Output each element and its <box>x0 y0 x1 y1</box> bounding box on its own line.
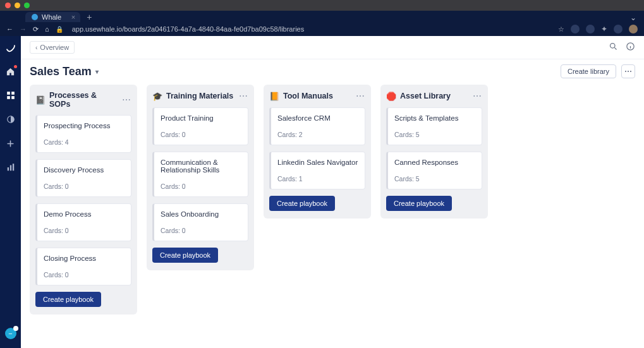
board-columns: 📓Processes & SOPs⋯Prospecting ProcessCar… <box>21 85 644 327</box>
card-title: Closing Process <box>44 255 125 262</box>
new-tab-button[interactable]: + <box>87 12 92 22</box>
svg-rect-3 <box>11 96 15 99</box>
column-header: 📓Processes & SOPs⋯ <box>35 91 131 109</box>
page-title: Sales Team <box>30 65 92 78</box>
nav-back-icon[interactable]: ← <box>6 25 13 33</box>
card-title: Sales Onboarding <box>161 210 241 218</box>
svg-rect-5 <box>7 167 8 171</box>
page-more-button[interactable]: ⋯ <box>621 64 635 78</box>
chevron-left-icon: ‹ <box>35 44 37 51</box>
playbook-card[interactable]: Linkedin Sales NavigatorCards: 1 <box>269 152 365 189</box>
extension-icon[interactable] <box>571 25 580 33</box>
column-more-button[interactable]: ⋯ <box>356 91 365 101</box>
add-icon[interactable] <box>4 137 17 150</box>
board-column: 📙Tool Manuals⋯Salesforce CRMCards: 2Link… <box>264 85 371 219</box>
analytics-icon[interactable] <box>4 161 17 174</box>
playbook-card[interactable]: Discovery ProcessCards: 0 <box>35 159 131 197</box>
card-title: Product Training <box>161 114 241 122</box>
nav-home-icon[interactable]: ⌂ <box>45 25 49 33</box>
nav-forward-icon[interactable]: → <box>20 25 27 33</box>
tab-favicon <box>32 14 38 20</box>
playbook-card[interactable]: Salesforce CRMCards: 2 <box>269 107 365 145</box>
column-emoji-icon: 🎓 <box>152 92 162 101</box>
card-count: Cards: 2 <box>277 131 358 138</box>
search-icon[interactable] <box>609 42 618 53</box>
board-column: 🛑Asset Library⋯Scripts & TemplatesCards:… <box>380 85 488 219</box>
card-count: Cards: 0 <box>161 227 241 234</box>
create-playbook-button[interactable]: Create playbook <box>386 196 452 211</box>
extension-icon[interactable] <box>586 25 595 33</box>
browser-tab[interactable]: Whale × <box>25 12 80 22</box>
card-count: Cards: 0 <box>161 131 241 138</box>
card-count: Cards: 0 <box>44 227 125 234</box>
card-title: Scripts & Templates <box>394 114 475 122</box>
column-emoji-icon: 🛑 <box>386 92 396 101</box>
mac-window-chrome <box>0 0 644 11</box>
column-title: Processes & SOPs <box>49 91 118 109</box>
profile-avatar[interactable] <box>629 25 638 33</box>
card-title: Canned Responses <box>394 159 475 166</box>
sidebar-footer <box>5 328 16 339</box>
back-label: Overview <box>40 44 69 51</box>
playbook-card[interactable]: Demo ProcessCards: 0 <box>35 203 131 241</box>
playbook-card[interactable]: Communication & Relationship SkillsCards… <box>152 152 248 197</box>
svg-rect-2 <box>7 96 10 99</box>
card-title: Communication & Relationship Skills <box>161 159 241 174</box>
column-title: Tool Manuals <box>283 92 352 100</box>
contrast-icon[interactable] <box>4 113 17 126</box>
svg-point-11 <box>611 44 616 49</box>
extensions-menu-icon[interactable]: ✦ <box>601 25 607 33</box>
settings-badge-icon <box>13 326 18 331</box>
back-to-overview-button[interactable]: ‹ Overview <box>30 41 75 54</box>
column-more-button[interactable]: ⋯ <box>473 91 482 101</box>
home-icon[interactable] <box>4 65 17 78</box>
playbook-card[interactable]: Product TrainingCards: 0 <box>152 107 248 145</box>
extension-icon[interactable] <box>614 25 623 33</box>
nav-reload-icon[interactable]: ⟳ <box>33 25 39 33</box>
help-bubble-icon[interactable] <box>5 328 16 339</box>
card-count: Cards: 4 <box>44 138 125 146</box>
page-title-dropdown[interactable]: Sales Team ▾ <box>30 65 99 78</box>
playbook-card[interactable]: Scripts & TemplatesCards: 5 <box>386 107 482 145</box>
whale-logo-icon[interactable] <box>5 42 16 54</box>
card-title: Discovery Process <box>44 166 125 174</box>
card-title: Linkedin Sales Navigator <box>277 159 358 166</box>
window-close-button[interactable] <box>5 3 11 8</box>
main-content: ‹ Overview Sales Team ▾ Create library <box>21 36 644 348</box>
svg-rect-6 <box>9 165 11 171</box>
card-count: Cards: 1 <box>277 175 358 183</box>
app-sidebar <box>0 36 21 348</box>
breadcrumb-bar: ‹ Overview <box>21 36 644 59</box>
column-more-button[interactable]: ⋯ <box>239 91 248 101</box>
browser-extension-tray: ☆ ✦ <box>558 25 638 33</box>
playbook-card[interactable]: Closing ProcessCards: 0 <box>35 248 131 285</box>
create-library-button[interactable]: Create library <box>561 64 616 78</box>
tab-title: Whale <box>42 13 61 21</box>
browser-menu-chevron-icon[interactable]: ⌄ <box>630 13 644 22</box>
caret-down-icon: ▾ <box>95 68 99 75</box>
column-more-button[interactable]: ⋯ <box>122 95 131 105</box>
column-emoji-icon: 📓 <box>35 95 46 105</box>
card-count: Cards: 0 <box>44 271 125 279</box>
playbook-card[interactable]: Sales OnboardingCards: 0 <box>152 203 248 241</box>
playbook-card[interactable]: Canned ResponsesCards: 5 <box>386 152 482 189</box>
info-icon[interactable] <box>626 42 635 53</box>
window-maximize-button[interactable] <box>24 3 30 8</box>
more-horizontal-icon: ⋯ <box>624 67 632 76</box>
browser-nav-bar: ← → ⟳ ⌂ 🔒 app.usewhale.io/boards/2a04617… <box>0 22 644 36</box>
card-count: Cards: 5 <box>394 131 475 138</box>
window-minimize-button[interactable] <box>15 3 20 8</box>
column-header: 🎓Training Materials⋯ <box>152 91 248 101</box>
close-tab-icon[interactable]: × <box>71 13 75 21</box>
svg-rect-7 <box>12 164 13 171</box>
boards-grid-icon[interactable] <box>4 89 17 102</box>
create-playbook-button[interactable]: Create playbook <box>152 248 218 263</box>
browser-tab-strip: Whale × + ⌄ <box>0 11 644 22</box>
svg-rect-1 <box>11 92 15 95</box>
create-playbook-button[interactable]: Create playbook <box>35 292 101 307</box>
lock-icon: 🔒 <box>56 26 63 33</box>
create-playbook-button[interactable]: Create playbook <box>269 196 335 211</box>
playbook-card[interactable]: Prospecting ProcessCards: 4 <box>35 115 131 153</box>
bookmark-icon[interactable]: ☆ <box>558 25 564 33</box>
address-bar[interactable]: app.usewhale.io/boards/2a046176-4a7a-484… <box>72 25 305 33</box>
